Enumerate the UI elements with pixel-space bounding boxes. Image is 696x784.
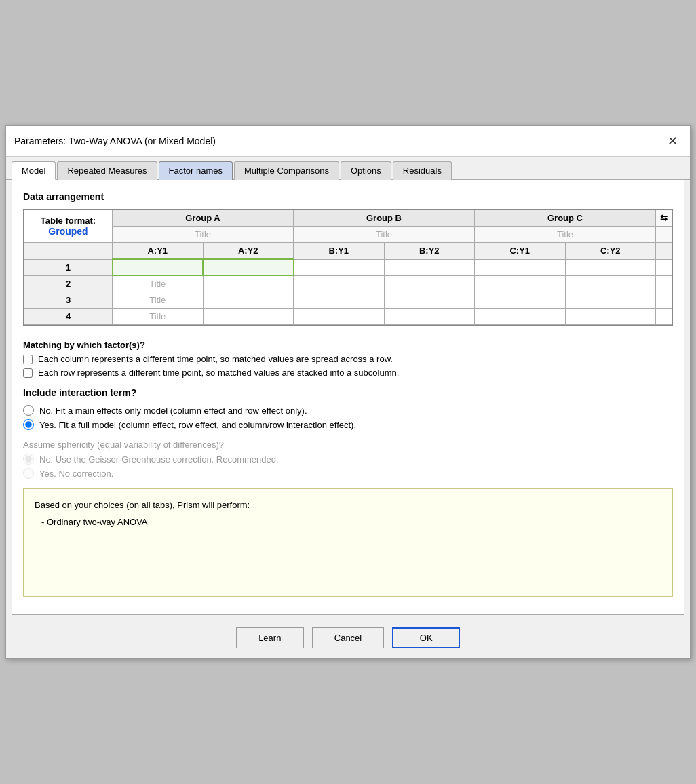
col-ay2: A:Y2 [203, 243, 294, 260]
cell-3-cy1[interactable] [475, 292, 566, 309]
matching-checkbox-1[interactable] [23, 355, 33, 364]
sphericity-section: Assume sphericity (equal variability of … [23, 439, 673, 479]
sphericity-no-row: No. Use the Geisser-Greenhouse correctio… [23, 454, 673, 465]
empty-corner [24, 243, 113, 260]
main-content: Data arrangement Table format: Grouped G… [12, 180, 684, 615]
matching-checkbox-2[interactable] [23, 368, 33, 378]
col-cy1: C:Y1 [475, 243, 566, 260]
data-arrangement-title: Data arrangement [23, 191, 673, 202]
table-format-label: Table format: [28, 216, 108, 226]
footer: Learn Cancel OK [6, 621, 690, 658]
cell-1-cy1[interactable] [475, 259, 566, 275]
summary-item: - Ordinary two-way ANOVA [41, 515, 661, 530]
interaction-yes-row: Yes. Fit a full model (column effect, ro… [23, 419, 673, 430]
dialog-title: Parameters: Two-Way ANOVA (or Mixed Mode… [14, 136, 216, 146]
interaction-title: Include interaction term? [23, 387, 673, 398]
cell-4-cy2[interactable] [565, 309, 656, 325]
group-b-header: Group B [294, 210, 475, 227]
cell-4-by2[interactable] [384, 309, 475, 325]
sphericity-yes-radio[interactable] [23, 468, 34, 479]
cell-3-ay1[interactable]: Title [113, 292, 204, 309]
ok-button[interactable]: OK [392, 627, 460, 648]
interaction-no-label: No. Fit a main effects only model (colum… [39, 406, 307, 416]
sphericity-no-radio[interactable] [23, 454, 34, 465]
cell-4-cy1[interactable] [475, 309, 566, 325]
matching-option2-label: Each row represents a different time poi… [38, 368, 399, 378]
matching-option1-label: Each column represents a different time … [38, 354, 393, 364]
col-cy2: C:Y2 [565, 243, 656, 260]
scroll-indicator: ⇆ [656, 210, 672, 227]
cell-1-by1[interactable] [294, 259, 385, 275]
dialog: Parameters: Two-Way ANOVA (or Mixed Mode… [5, 125, 691, 659]
table-format-value: Grouped [28, 226, 108, 237]
col-by2: B:Y2 [384, 243, 475, 260]
cell-1-extra [656, 259, 672, 275]
cell-4-extra [656, 309, 672, 325]
cell-2-by2[interactable] [384, 275, 475, 292]
col-by1: B:Y1 [294, 243, 385, 260]
matching-option1-row: Each column represents a different time … [23, 354, 673, 364]
cell-4-ay2[interactable] [203, 309, 294, 325]
cell-1-cy2[interactable] [565, 259, 656, 275]
group-a-header: Group A [113, 210, 294, 227]
data-table: Table format: Grouped Group A Group B Gr… [24, 210, 672, 325]
cell-2-extra [656, 275, 672, 292]
interaction-no-row: No. Fit a main effects only model (colum… [23, 405, 673, 416]
cell-2-ay1[interactable]: Title [113, 275, 204, 292]
cell-1-ay2[interactable] [203, 259, 294, 275]
summary-intro: Based on your choices (on all tabs), Pri… [35, 498, 661, 513]
cell-3-extra [656, 292, 672, 309]
extra-col [656, 243, 672, 260]
row-3-num: 3 [24, 292, 113, 309]
cancel-button[interactable]: Cancel [312, 627, 384, 648]
cell-1-ay1[interactable] [113, 259, 204, 275]
cell-3-ay2[interactable] [203, 292, 294, 309]
matching-title: Matching by which factor(s)? [23, 340, 673, 350]
table-row: 3 Title [24, 292, 672, 309]
group-c-title: Title [475, 227, 656, 243]
group-c-header: Group C [475, 210, 656, 227]
cell-1-by2[interactable] [384, 259, 475, 275]
sphericity-yes-label: Yes. No correction. [39, 469, 113, 479]
tab-options[interactable]: Options [341, 161, 391, 180]
table-format-cell: Table format: Grouped [24, 210, 113, 243]
sphericity-yes-row: Yes. No correction. [23, 468, 673, 479]
sphericity-no-label: No. Use the Geisser-Greenhouse correctio… [39, 454, 279, 465]
table-row: 2 Title [24, 275, 672, 292]
close-button[interactable]: ✕ [663, 132, 682, 151]
tab-multiple-comparisons[interactable]: Multiple Comparisons [234, 161, 339, 180]
cell-4-by1[interactable] [294, 309, 385, 325]
data-table-container: Table format: Grouped Group A Group B Gr… [23, 209, 673, 326]
group-b-title: Title [294, 227, 475, 243]
tab-bar: Model Repeated Measures Factor names Mul… [6, 157, 690, 180]
summary-box: Based on your choices (on all tabs), Pri… [23, 488, 673, 597]
tab-repeated-measures[interactable]: Repeated Measures [57, 161, 157, 180]
table-row: 4 Title [24, 309, 672, 325]
interaction-yes-label: Yes. Fit a full model (column effect, ro… [39, 420, 356, 430]
matching-option2-row: Each row represents a different time poi… [23, 368, 673, 378]
cell-2-ay2[interactable] [203, 275, 294, 292]
tab-model[interactable]: Model [12, 161, 56, 180]
cell-2-by1[interactable] [294, 275, 385, 292]
row-1-num: 1 [24, 259, 113, 275]
group-a-title: Title [113, 227, 294, 243]
cell-3-by2[interactable] [384, 292, 475, 309]
col-ay1: A:Y1 [113, 243, 204, 260]
interaction-no-radio[interactable] [23, 405, 34, 416]
extra-title [656, 227, 672, 243]
table-row: 1 [24, 259, 672, 275]
learn-button[interactable]: Learn [236, 627, 304, 648]
interaction-yes-radio[interactable] [23, 419, 34, 430]
row-2-num: 2 [24, 275, 113, 292]
cell-4-ay1[interactable]: Title [113, 309, 204, 325]
cell-2-cy2[interactable] [565, 275, 656, 292]
tab-residuals[interactable]: Residuals [393, 161, 452, 180]
interaction-section: Include interaction term? No. Fit a main… [23, 387, 673, 430]
tab-factor-names[interactable]: Factor names [159, 161, 233, 180]
cell-3-cy2[interactable] [565, 292, 656, 309]
cell-3-by1[interactable] [294, 292, 385, 309]
cell-2-cy1[interactable] [475, 275, 566, 292]
matching-section: Matching by which factor(s)? Each column… [23, 340, 673, 378]
sphericity-title: Assume sphericity (equal variability of … [23, 439, 673, 450]
title-bar: Parameters: Two-Way ANOVA (or Mixed Mode… [6, 126, 690, 157]
